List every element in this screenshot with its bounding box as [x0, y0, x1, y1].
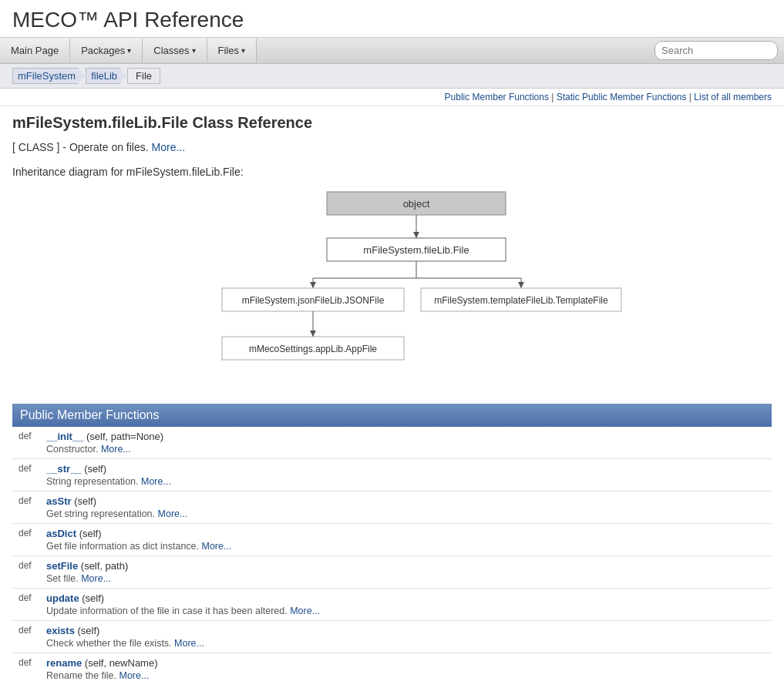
member-description: Set file. More... — [46, 573, 765, 584]
member-table: def__init__ (self, path=None)Constructor… — [12, 427, 772, 685]
svg-text:object: object — [403, 198, 430, 210]
member-function-link[interactable]: setFile — [46, 560, 78, 572]
table-row: defsetFile (self, path)Set file. More... — [12, 556, 772, 589]
section-link-public-member-functions[interactable]: Public Member Functions — [445, 92, 549, 102]
member-function-link[interactable]: exists — [46, 625, 75, 636]
nav-item-main-page[interactable]: Main Page — [0, 39, 70, 62]
member-content: asDict (self)Get file information as dic… — [40, 524, 772, 556]
member-more-link[interactable]: More... — [158, 508, 188, 519]
nav-item-classes[interactable]: Classes▾ — [143, 39, 207, 62]
member-content: rename (self, newName)Rename the file. M… — [40, 653, 772, 686]
inheritance-diagram: object mFileSystem.fileLib.File — [28, 186, 644, 386]
member-function-link[interactable]: rename — [46, 657, 82, 669]
table-row: defrename (self, newName)Rename the file… — [12, 653, 772, 686]
member-description: Constructor. More... — [46, 444, 765, 455]
member-content: setFile (self, path)Set file. More... — [40, 556, 772, 589]
section-header-public: Public Member Functions — [12, 404, 772, 427]
chevron-down-icon: ▾ — [192, 46, 196, 55]
svg-marker-9 — [310, 282, 316, 288]
member-function-link[interactable]: update — [46, 592, 79, 604]
member-content: exists (self)Check whether the file exis… — [40, 621, 772, 653]
member-more-link[interactable]: More... — [81, 573, 111, 584]
member-more-link[interactable]: More... — [141, 476, 171, 487]
member-function-link[interactable]: __init__ — [46, 431, 83, 442]
table-row: def__str__ (self)String representation. … — [12, 459, 772, 492]
member-keyword: def — [12, 589, 40, 621]
section-link-list-of-all-members[interactable]: List of all members — [694, 92, 772, 102]
member-keyword: def — [12, 621, 40, 653]
breadcrumb-item-file: File — [127, 68, 160, 84]
member-keyword: def — [12, 556, 40, 589]
svg-marker-17 — [310, 331, 316, 337]
search-container — [648, 38, 784, 63]
main-content: mFileSystem.fileLib.File Class Reference… — [0, 106, 784, 698]
svg-text:mFileSystem.templateFileLib.Te: mFileSystem.templateFileLib.TemplateFile — [434, 295, 608, 306]
table-row: defupdate (self)Update information of th… — [12, 589, 772, 621]
breadcrumb: mFileSystemfileLibFile — [0, 64, 784, 89]
member-content: asStr (self)Get string representation. M… — [40, 492, 772, 524]
section-links: Public Member Functions | Static Public … — [0, 89, 784, 106]
breadcrumb-item-mfilesystem[interactable]: mFileSystem — [12, 68, 84, 84]
svg-text:mMecoSettings.appLib.AppFile: mMecoSettings.appLib.AppFile — [249, 344, 377, 354]
member-description: Check whether the file exists. More... — [46, 638, 765, 649]
member-description: Update information of the file in case i… — [46, 606, 765, 616]
nav-left: Main PagePackages▾Classes▾Files▾ — [0, 39, 257, 62]
member-function-link[interactable]: asStr — [46, 495, 72, 507]
member-keyword: def — [12, 524, 40, 556]
member-keyword: def — [12, 653, 40, 686]
member-content: __str__ (self)String representation. Mor… — [40, 459, 772, 492]
site-title: MECO™ API Reference — [12, 8, 772, 32]
svg-text:mFileSystem.fileLib.File: mFileSystem.fileLib.File — [363, 244, 469, 256]
svg-marker-3 — [413, 232, 419, 238]
member-description: String representation. More... — [46, 476, 765, 487]
table-row: def__init__ (self, path=None)Constructor… — [12, 427, 772, 459]
chevron-down-icon: ▾ — [127, 46, 131, 55]
nav-item-files[interactable]: Files▾ — [207, 39, 257, 62]
member-more-link[interactable]: More... — [101, 444, 131, 455]
member-description: Get string representation. More... — [46, 508, 765, 519]
member-keyword: def — [12, 427, 40, 459]
class-description: [ CLASS ] - Operate on files. More... — [12, 141, 772, 153]
member-function-link[interactable]: asDict — [46, 528, 76, 539]
class-desc-more-link[interactable]: More... — [152, 141, 186, 153]
member-more-link[interactable]: More... — [290, 606, 320, 616]
svg-marker-11 — [518, 282, 524, 288]
page-title: mFileSystem.fileLib.File Class Reference — [12, 114, 772, 132]
member-content: update (self)Update information of the f… — [40, 589, 772, 621]
inheritance-section: Inheritance diagram for mFileSystem.file… — [12, 166, 772, 388]
member-keyword: def — [12, 459, 40, 492]
member-description: Get file information as dict instance. M… — [46, 541, 765, 552]
member-keyword: def — [12, 492, 40, 524]
table-row: defasStr (self)Get string representation… — [12, 492, 772, 524]
class-desc-text: [ CLASS ] - Operate on files. — [12, 141, 149, 153]
member-more-link[interactable]: More... — [119, 670, 150, 681]
table-row: defasDict (self)Get file information as … — [12, 524, 772, 556]
member-function-link[interactable]: __str__ — [46, 463, 82, 475]
member-more-link[interactable]: More... — [201, 541, 231, 552]
chevron-down-icon: ▾ — [241, 46, 245, 55]
public-member-functions-section: Public Member Functions def__init__ (sel… — [12, 404, 772, 685]
inheritance-label: Inheritance diagram for mFileSystem.file… — [12, 166, 772, 178]
table-row: defexists (self)Check whether the file e… — [12, 621, 772, 653]
separator: | — [687, 92, 695, 102]
breadcrumb-item-filelib[interactable]: fileLib — [86, 68, 126, 84]
search-input[interactable] — [654, 41, 778, 60]
diagram-container: object mFileSystem.fileLib.File — [28, 186, 772, 388]
section-link-static-public-member-functions[interactable]: Static Public Member Functions — [557, 92, 687, 102]
member-description: Rename the file. More... — [46, 670, 765, 681]
member-content: __init__ (self, path=None)Constructor. M… — [40, 427, 772, 459]
svg-text:mFileSystem.jsonFileLib.JSONFi: mFileSystem.jsonFileLib.JSONFile — [242, 295, 385, 306]
navbar: Main PagePackages▾Classes▾Files▾ — [0, 38, 784, 64]
nav-item-packages[interactable]: Packages▾ — [70, 39, 143, 62]
header: MECO™ API Reference — [0, 0, 784, 38]
member-more-link[interactable]: More... — [174, 638, 204, 649]
separator: | — [549, 92, 557, 102]
